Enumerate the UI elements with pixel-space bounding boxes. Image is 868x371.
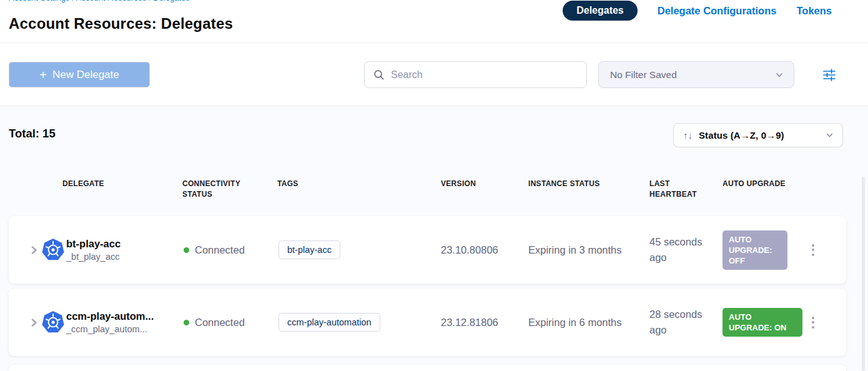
connected-status-dot	[184, 247, 189, 253]
vertical-scrollbar[interactable]	[862, 177, 865, 371]
total-count: Total: 15	[9, 127, 56, 141]
search-box	[364, 61, 587, 88]
chevron-down-icon	[826, 131, 834, 139]
table-header-row: DELEGATE CONNECTIVITY STATUS TAGS VERSIO…	[9, 179, 846, 204]
column-header-tags: TAGS	[277, 179, 298, 189]
delegate-name: ccm-play-autom...	[66, 310, 154, 322]
connectivity-cell: Connected	[184, 289, 245, 356]
last-heartbeat: 45 seconds ago	[649, 216, 721, 284]
connectivity-status: Connected	[195, 317, 245, 329]
row-menu-button[interactable]	[806, 216, 821, 284]
tab-delegates[interactable]: Delegates	[563, 1, 638, 21]
breadcrumb[interactable]: Account Settings / Account Resources / D…	[9, 0, 190, 3]
table-row[interactable]	[9, 365, 846, 371]
connectivity-cell: Connected	[184, 216, 245, 284]
content-area: Total: 15 ↑↓ Status (A→Z, 0→9) DELEGATE …	[0, 106, 868, 371]
tab-delegate-configurations[interactable]: Delegate Configurations	[658, 5, 777, 17]
delegate-name-cell: bt-play-acc _bt_play_acc	[66, 216, 179, 284]
last-heartbeat: 28 seconds ago	[649, 289, 721, 356]
new-delegate-button[interactable]: + New Delegate	[9, 62, 150, 87]
sort-dropdown[interactable]: ↑↓ Status (A→Z, 0→9)	[673, 123, 843, 147]
auto-upgrade-cell: AUTO UPGRADE: OFF	[723, 216, 787, 284]
chevron-down-icon	[775, 71, 784, 79]
kubernetes-icon	[41, 216, 65, 284]
chevron-right-icon	[29, 318, 39, 327]
auto-upgrade-badge: AUTO UPGRADE: ON	[723, 308, 802, 337]
column-header-last-heartbeat: LAST HEARTBEAT	[649, 179, 709, 200]
tab-tokens[interactable]: Tokens	[796, 5, 832, 17]
search-icon	[373, 69, 385, 81]
kubernetes-icon	[41, 289, 65, 356]
tag-chip: ccm-play-automation	[279, 313, 380, 332]
version: 23.10.80806	[441, 216, 498, 284]
chevron-right-icon	[29, 245, 39, 255]
delegate-name-cell: ccm-play-autom... _ccm_play_autom...	[66, 289, 179, 356]
delegates-page: Account Settings / Account Resources / D…	[0, 0, 868, 371]
sort-arrows-icon: ↑↓	[683, 130, 693, 141]
more-options-icon	[812, 317, 814, 329]
instance-status: Expiring in 6 months	[528, 289, 622, 356]
plus-icon: +	[39, 69, 47, 81]
table-row[interactable]: ccm-play-autom... _ccm_play_autom... Con…	[9, 289, 846, 356]
column-header-connectivity-status: CONNECTIVITY STATUS	[182, 179, 267, 200]
sliders-icon	[822, 67, 837, 82]
column-header-delegate: DELEGATE	[62, 179, 104, 189]
tags-cell: bt-play-acc	[279, 216, 340, 284]
more-options-icon	[812, 244, 814, 256]
page-title: Account Resources: Delegates	[9, 15, 233, 32]
delegate-id: _ccm_play_autom...	[66, 324, 147, 334]
delegate-name: bt-play-acc	[66, 238, 121, 250]
row-expander[interactable]	[27, 289, 40, 356]
sort-label: Status (A→Z, 0→9)	[699, 130, 819, 141]
column-header-version: VERSION	[441, 179, 476, 189]
connected-status-dot	[184, 320, 189, 325]
delegate-id: _bt_play_acc	[66, 252, 119, 262]
toolbar: + New Delegate No Filter Saved	[0, 43, 868, 106]
row-expander[interactable]	[27, 216, 40, 284]
connectivity-status: Connected	[195, 244, 245, 256]
version: 23.12.81806	[441, 289, 498, 356]
auto-upgrade-badge: AUTO UPGRADE: OFF	[723, 230, 787, 270]
filter-settings-button[interactable]	[822, 67, 837, 82]
column-header-instance-status: INSTANCE STATUS	[528, 179, 634, 189]
saved-filter-dropdown[interactable]: No Filter Saved	[598, 61, 794, 88]
instance-status: Expiring in 3 months	[528, 216, 622, 284]
tab-bar: Delegates Delegate Configurations Tokens	[563, 1, 832, 21]
auto-upgrade-cell: AUTO UPGRADE: ON	[723, 289, 802, 356]
tags-cell: ccm-play-automation	[279, 289, 380, 356]
column-header-auto-upgrade: AUTO UPGRADE	[723, 179, 816, 189]
new-delegate-label: New Delegate	[52, 69, 119, 81]
saved-filter-value: No Filter Saved	[610, 69, 775, 81]
row-menu-button[interactable]	[806, 289, 821, 356]
search-input[interactable]	[391, 69, 578, 81]
tag-chip: bt-play-acc	[279, 240, 340, 259]
table-row[interactable]: bt-play-acc _bt_play_acc Connected bt-pl…	[9, 216, 846, 284]
breadcrumb-text: Account Settings / Account Resources / D…	[9, 0, 190, 3]
